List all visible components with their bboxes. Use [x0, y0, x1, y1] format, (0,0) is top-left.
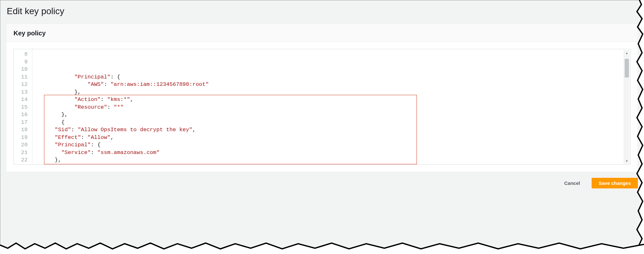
line-number: 17: [14, 119, 29, 126]
key-policy-panel: Key policy 8910111213141516171819202122 …: [6, 23, 638, 172]
action-buttons: Cancel Save changes: [6, 172, 638, 188]
save-button[interactable]: Save changes: [592, 178, 638, 188]
code-area[interactable]: "Principal": { "AWS": "arn:aws:iam::1234…: [32, 49, 630, 164]
code-line[interactable]: "AWS": "arn:aws:iam::1234567890:root": [35, 81, 630, 88]
line-number: 15: [14, 104, 29, 111]
line-number: 16: [14, 111, 29, 119]
page-container: Edit key policy Key policy 8910111213141…: [0, 0, 644, 254]
code-line[interactable]: "Principal": {: [35, 141, 630, 149]
policy-editor[interactable]: 8910111213141516171819202122 "Principal"…: [13, 49, 631, 165]
panel-body: 8910111213141516171819202122 "Principal"…: [6, 42, 638, 172]
panel-title: Key policy: [13, 30, 631, 37]
line-number: 20: [14, 141, 29, 149]
code-line[interactable]: "Principal": {: [35, 73, 630, 81]
line-number: 9: [14, 58, 29, 66]
line-number: 21: [14, 149, 29, 157]
line-number: 14: [14, 96, 29, 104]
code-line[interactable]: },: [35, 88, 630, 96]
code-line[interactable]: "Effect": "Allow",: [35, 134, 630, 141]
page-title: Edit key policy: [7, 6, 638, 16]
line-number-gutter: 8910111213141516171819202122: [14, 49, 32, 164]
editor-scrollbar[interactable]: ▴ ▾: [624, 50, 630, 164]
code-line[interactable]: "Sid": "Allow OpsItems to decrypt the ke…: [35, 126, 630, 134]
line-number: 8: [14, 50, 29, 58]
panel-header: Key policy: [6, 24, 638, 42]
cancel-button[interactable]: Cancel: [557, 178, 587, 188]
scroll-up-arrow[interactable]: ▴: [624, 50, 630, 56]
scroll-thumb[interactable]: [625, 59, 629, 77]
line-number: 13: [14, 88, 29, 96]
code-line[interactable]: "Service": "ssm.amazonaws.com": [35, 149, 630, 157]
scroll-down-arrow[interactable]: ▾: [624, 158, 630, 164]
line-number: 22: [14, 156, 29, 164]
code-line[interactable]: "Action": "kms:*",: [35, 96, 630, 104]
line-number: 19: [14, 134, 29, 141]
line-number: 10: [14, 66, 29, 73]
line-number: 18: [14, 126, 29, 134]
line-number: 11: [14, 73, 29, 81]
line-number: 12: [14, 81, 29, 88]
code-line[interactable]: },: [35, 156, 630, 164]
code-line[interactable]: {: [35, 119, 630, 126]
code-line[interactable]: },: [35, 111, 630, 119]
code-line[interactable]: "Resource": "*": [35, 104, 630, 111]
code-line[interactable]: "Action": ["kms:Decrypt", "kms:GenerateD…: [35, 164, 630, 165]
